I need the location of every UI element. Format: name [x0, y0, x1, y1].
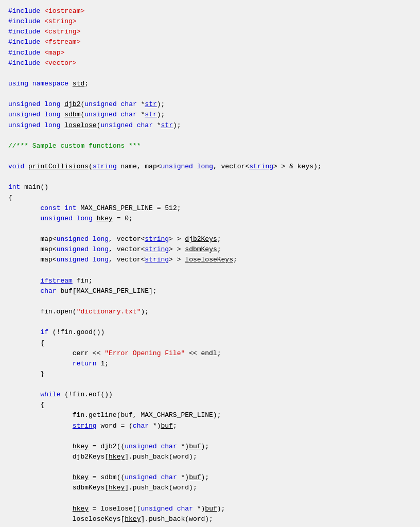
line-43: hkey = djb2((unsigned char *)buf);	[8, 443, 209, 450]
line-5: #include <map>	[8, 49, 64, 57]
line-34: cerr << "Error Opening File" << endl;	[8, 349, 221, 357]
line-27: ifstream fin;	[8, 277, 93, 285]
line-47: sdbmKeys[hkey].push_back(word);	[8, 484, 197, 491]
line-3: #include <cstring>	[8, 28, 80, 36]
line-24: map<unsigned long, vector<string> > sdbm…	[8, 245, 221, 253]
line-38: while (!fin.eof())	[8, 391, 113, 398]
line-21: unsigned long hkey = 0;	[8, 215, 133, 222]
line-1: #include <iostream>	[8, 7, 84, 15]
line-10: unsigned long djb2(unsigned char *str);	[8, 100, 165, 108]
line-4: #include <fstream>	[8, 38, 80, 46]
line-49: hkey = loselose((unsigned char *)buf);	[8, 505, 225, 513]
line-23: map<unsigned long, vector<string> > djb2…	[8, 235, 221, 243]
line-39: {	[8, 401, 44, 409]
line-14: //*** Sample custom functions ***	[8, 142, 141, 150]
line-32: if (!fin.good())	[8, 328, 104, 336]
line-35: return 1;	[8, 360, 109, 367]
line-40: fin.getline(buf, MAX_CHARS_PER_LINE);	[8, 411, 221, 419]
line-16: void printCollisions(string name, map<un…	[8, 163, 322, 170]
line-50: loseloseKeys[hkey].push_back(word);	[8, 515, 213, 523]
line-44: djb2Keys[hkey].push_back(word);	[8, 453, 197, 461]
line-41: string word = (char *)buf;	[8, 422, 177, 430]
line-25: map<unsigned long, vector<string> > lose…	[8, 256, 237, 264]
line-6: #include <vector>	[8, 59, 77, 67]
line-20: const int MAX_CHARS_PER_LINE = 512;	[8, 204, 181, 212]
line-19: {	[8, 194, 12, 202]
line-8: using namespace std;	[8, 80, 89, 87]
line-11: unsigned long sdbm(unsigned char *str);	[8, 111, 165, 118]
line-30: fin.open("dictionary.txt");	[8, 308, 149, 315]
code-editor: #include <iostream> #include <string> #i…	[8, 6, 412, 527]
line-2: #include <string>	[8, 17, 77, 25]
line-12: unsigned long loselose(unsigned char *st…	[8, 121, 181, 129]
line-36: }	[8, 370, 44, 378]
line-46: hkey = sdbm((unsigned char *)buf);	[8, 473, 209, 481]
line-28: char buf[MAX_CHARS_PER_LINE];	[8, 287, 157, 295]
line-18: int main()	[8, 183, 48, 191]
line-33: {	[8, 339, 44, 347]
